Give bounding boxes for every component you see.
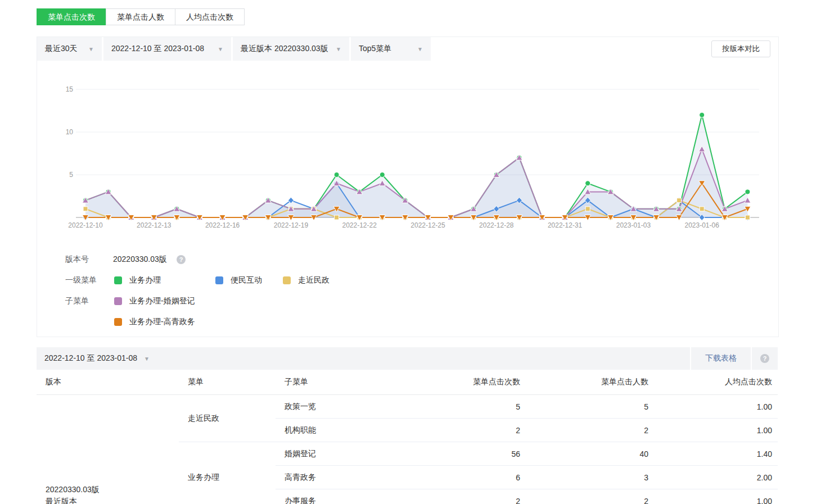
series-swatch <box>283 276 291 284</box>
legend-sub-row-1: 子菜单 业务办理-婚姻登记 <box>37 296 778 306</box>
data-point <box>700 207 704 211</box>
download-table-button[interactable]: 下载表格 <box>690 347 751 370</box>
chevron-down-icon: ▼ <box>417 46 423 52</box>
data-point <box>83 207 88 211</box>
users-cell: 5 <box>526 395 654 419</box>
y-axis-tick-label: 5 <box>69 171 73 179</box>
col-menu: 菜单 <box>179 370 276 395</box>
filter-date-range[interactable]: 2022-12-10 至 2023-01-08 ▼ <box>103 37 231 61</box>
data-point <box>380 172 385 178</box>
legend-item-label: 便民互动 <box>231 275 262 285</box>
chart-card: 最近30天 ▼ 2022-12-10 至 2023-01-08 ▼ 最近版本 2… <box>37 37 779 337</box>
legend-item-hunyindengji[interactable]: 业务办理-婚姻登记 <box>114 296 195 306</box>
col-clicks: 菜单点击次数 <box>396 370 526 395</box>
chart-area: 510152022-12-102022-12-132022-12-162022-… <box>37 62 778 237</box>
clicks-cell: 6 <box>396 466 526 489</box>
legend-item-zoujinminzheng[interactable]: 走近民政 <box>283 275 330 285</box>
chevron-down-icon: ▼ <box>336 46 341 52</box>
data-point <box>677 198 682 203</box>
filter-bar: 最近30天 ▼ 2022-12-10 至 2023-01-08 ▼ 最近版本 2… <box>37 37 778 61</box>
table-row: 20220330.03版 最近版本 走近民政 政策一览 5 5 1.00 <box>37 395 778 419</box>
legend-item-label: 业务办理 <box>129 275 161 285</box>
x-axis-tick-label: 2022-12-31 <box>548 221 583 229</box>
series-swatch <box>215 276 223 284</box>
submenu-cell: 机构职能 <box>276 419 396 442</box>
col-users: 菜单点击人数 <box>526 370 654 395</box>
legend-version-row: 版本号 20220330.03版 ? <box>37 255 778 265</box>
line-chart: 510152022-12-102022-12-132022-12-162022-… <box>37 62 778 237</box>
table-card: 2022-12-10 至 2023-01-08 ▼ 下载表格 ? 版本 菜单 子… <box>37 347 778 504</box>
tab-avg-clicks[interactable]: 人均点击次数 <box>175 8 245 25</box>
col-avg: 人均点击次数 <box>654 370 778 395</box>
legend-level1-label: 一级菜单 <box>65 275 97 285</box>
avg-cell: 2.00 <box>654 466 778 489</box>
compare-by-version-button[interactable]: 按版本对比 <box>711 40 770 57</box>
data-point <box>585 207 590 211</box>
menu-cell: 业务办理 <box>179 442 276 504</box>
filter-date-range-label: 2022-12-10 至 2023-01-08 <box>111 44 204 54</box>
menu-cell: 走近民政 <box>179 395 276 442</box>
chevron-down-icon: ▼ <box>218 46 223 52</box>
users-cell: 2 <box>526 419 654 442</box>
data-point <box>334 172 339 178</box>
table-toolbar: 2022-12-10 至 2023-01-08 ▼ 下载表格 ? <box>37 347 778 370</box>
series-area-业务办理 <box>85 115 747 217</box>
legend-item-gaoqingzhengwu[interactable]: 业务办理-高青政务 <box>114 317 195 327</box>
table-help-cell: ? <box>751 347 778 370</box>
filter-top-menu-label: Top5菜单 <box>359 44 391 54</box>
x-axis-tick-label: 2022-12-19 <box>274 221 309 229</box>
table-date-range-filter[interactable]: 2022-12-10 至 2023-01-08 ▼ <box>37 347 690 370</box>
clicks-cell: 56 <box>396 442 526 466</box>
filter-version-label: 最近版本 20220330.03版 <box>241 44 328 54</box>
legend-version-value: 20220330.03版 <box>113 255 167 265</box>
menu-stats-table: 版本 菜单 子菜单 菜单点击次数 菜单点击人数 人均点击次数 20220330.… <box>37 370 778 504</box>
series-swatch <box>114 318 122 326</box>
submenu-cell: 高青政务 <box>276 466 396 489</box>
series-area-业务办理-婚姻登记 <box>85 149 747 217</box>
y-axis-tick-label: 15 <box>66 85 74 93</box>
legend-version-label: 版本号 <box>65 255 89 265</box>
y-axis-tick-label: 10 <box>66 128 74 136</box>
legend-sub-label: 子菜单 <box>65 296 89 306</box>
data-point <box>700 112 705 117</box>
tab-menu-click-users[interactable]: 菜单点击人数 <box>106 8 175 25</box>
table-header-row: 版本 菜单 子菜单 菜单点击次数 菜单点击人数 人均点击次数 <box>37 370 778 395</box>
version-name: 20220330.03版 <box>46 484 179 496</box>
filter-range-preset[interactable]: 最近30天 ▼ <box>37 37 102 61</box>
version-tag: 最近版本 <box>46 496 179 504</box>
data-point <box>745 189 750 194</box>
filter-range-preset-label: 最近30天 <box>45 44 78 54</box>
legend-item-bianminhudong[interactable]: 便民互动 <box>215 275 262 285</box>
legend-sub-row-2: 业务办理-高青政务 <box>37 317 778 327</box>
x-axis-tick-label: 2023-01-06 <box>685 221 720 229</box>
filter-top-menu[interactable]: Top5菜单 ▼ <box>351 37 431 61</box>
help-icon[interactable]: ? <box>760 354 769 363</box>
x-axis-tick-label: 2023-01-03 <box>616 221 651 229</box>
avg-cell: 1.00 <box>654 395 778 419</box>
legend-item-yewubanli[interactable]: 业务办理 <box>114 275 161 285</box>
submenu-cell: 婚姻登记 <box>276 442 396 466</box>
help-icon[interactable]: ? <box>177 255 186 264</box>
avg-cell: 1.00 <box>654 419 778 442</box>
data-point <box>585 181 590 186</box>
data-point <box>335 215 339 220</box>
x-axis-tick-label: 2022-12-25 <box>411 221 445 229</box>
col-version: 版本 <box>37 370 179 395</box>
data-point <box>745 215 750 220</box>
chevron-down-icon: ▼ <box>88 46 94 52</box>
avg-cell: 1.00 <box>654 489 778 504</box>
x-axis-tick-label: 2022-12-13 <box>137 221 172 229</box>
metric-tabs: 菜单点击次数 菜单点击人数 人均点击次数 <box>37 8 245 25</box>
users-cell: 40 <box>526 442 654 466</box>
series-swatch <box>114 297 122 305</box>
x-axis-tick-label: 2022-12-10 <box>68 221 103 229</box>
legend-item-label: 业务办理-婚姻登记 <box>129 296 195 306</box>
users-cell: 2 <box>526 489 654 504</box>
legend-item-label: 业务办理-高青政务 <box>129 317 195 327</box>
col-submenu: 子菜单 <box>276 370 396 395</box>
filter-version[interactable]: 最近版本 20220330.03版 ▼ <box>233 37 349 61</box>
x-axis-tick-label: 2022-12-22 <box>342 221 377 229</box>
clicks-cell: 2 <box>396 419 526 442</box>
tab-menu-click-count[interactable]: 菜单点击次数 <box>37 8 106 25</box>
x-axis-tick-label: 2022-12-28 <box>479 221 514 229</box>
